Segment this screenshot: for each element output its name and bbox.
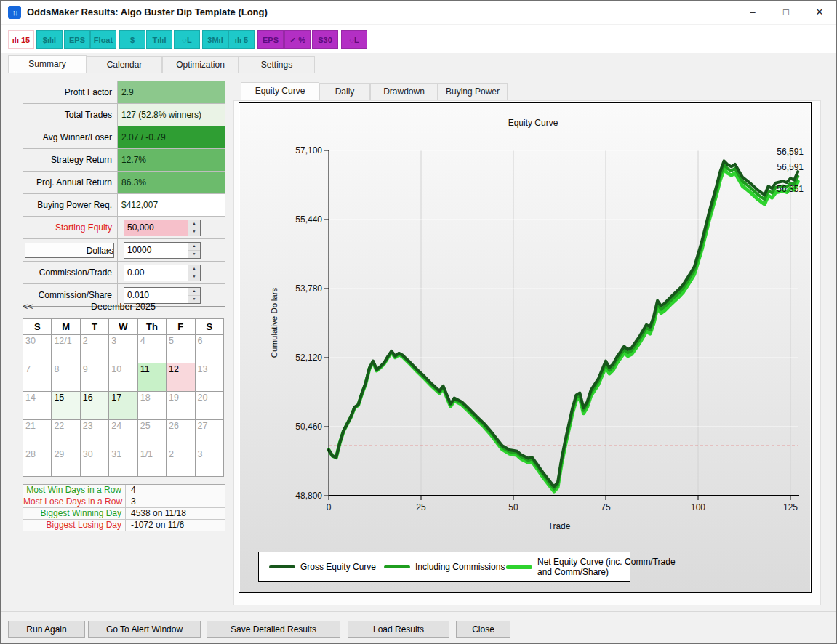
tab-calendar[interactable]: Calendar (87, 56, 162, 73)
minimize-button[interactable]: – (736, 1, 769, 24)
calendar-day-cell[interactable]: 28 (23, 448, 52, 477)
calendar-day-cell[interactable]: 19 (167, 392, 195, 420)
time-purple-button[interactable]: ◌L (341, 30, 367, 49)
close-button[interactable]: Close (456, 621, 510, 638)
three-month-chart-button[interactable]: 3Mıl (202, 30, 228, 49)
commission-per-trade-spinner[interactable]: ▲▼ (188, 265, 200, 281)
position-size-spinner[interactable]: ▲▼ (188, 243, 200, 258)
calendar-day-cell[interactable]: 3 (109, 335, 137, 363)
dollar-button[interactable]: $ (119, 30, 145, 49)
go-to-alert-window-button[interactable]: Go To Alert Window (88, 621, 201, 638)
float-button[interactable]: Float (90, 30, 116, 49)
total-trades-label: Total Trades (23, 104, 118, 126)
eps-purple-button[interactable]: EPS (257, 30, 284, 49)
calendar-day-cell[interactable]: 25 (137, 420, 166, 448)
streak-value: 3 (126, 496, 225, 507)
save-detailed-results-button[interactable]: Save Detailed Results (207, 621, 340, 638)
calendar-day-header: T (80, 319, 108, 335)
chart-tab-equity-curve[interactable]: Equity Curve (241, 82, 319, 100)
calendar-day-cell[interactable]: 18 (137, 392, 166, 420)
calendar-day-cell[interactable]: 8 (52, 363, 80, 392)
close-icon[interactable]: ✕ (803, 1, 836, 24)
calendar-day-cell[interactable]: 4 (137, 335, 166, 363)
chart-tab-buying-power[interactable]: Buying Power (438, 83, 508, 100)
legend-item: Net Equity Curve (inc. Comm/Trade and Co… (506, 557, 683, 577)
chart-tab-daily[interactable]: Daily (319, 83, 370, 100)
time-chart-button[interactable]: ◌L (174, 30, 200, 49)
tab-settings[interactable]: Settings (239, 56, 315, 73)
five-day-chart-button[interactable]: ılı 5 (228, 30, 255, 49)
calendar-day-cell[interactable]: 6 (195, 335, 223, 363)
starting-equity-spinner[interactable]: ▲▼ (188, 220, 200, 236)
calendar-day-cell[interactable]: 21 (23, 420, 52, 448)
avg-winner-loser-value: 2.07 / -0.79 (118, 126, 225, 148)
y-tick-label: 52,120 (295, 353, 322, 363)
calendar-day-cell[interactable]: 11 (137, 363, 166, 392)
maximize-button[interactable]: □ (769, 1, 803, 24)
price-30-button[interactable]: S30 (312, 30, 338, 49)
stats-row-position-size: Dollars▾▲▼ (23, 239, 225, 262)
calendar-day-cell[interactable]: 29 (52, 448, 80, 477)
calendar-day-cell[interactable]: 27 (195, 420, 223, 448)
calendar-header: << December 2025 (23, 302, 224, 316)
load-results-button[interactable]: Load Results (348, 621, 449, 638)
x-tick-label: 50 (508, 502, 518, 512)
eps-button[interactable]: EPS (64, 30, 90, 49)
calendar-day-cell[interactable]: 1/1 (137, 448, 166, 477)
calendar-day-cell[interactable]: 15 (52, 392, 80, 420)
run-again-button[interactable]: Run Again (8, 621, 85, 638)
share-mode-combobox[interactable]: Dollars▾ (25, 243, 114, 258)
calendar-day-cell[interactable]: 3 (195, 448, 223, 477)
end-value-label: 56,351 (777, 184, 804, 194)
legend-item: Including Commissions (384, 562, 505, 572)
calendar-day-cell[interactable]: 23 (80, 420, 108, 448)
calendar-day-cell[interactable]: 24 (109, 420, 137, 448)
calendar-day-cell[interactable]: 7 (23, 363, 52, 392)
calendar-day-cell[interactable]: 26 (167, 420, 195, 448)
calendar-day-cell[interactable]: 17 (109, 392, 137, 420)
calendar-day-cell[interactable]: 20 (195, 392, 223, 420)
calendar-day-header: F (167, 319, 195, 335)
streaks-table: Most Win Days in a Row4Most Lose Days in… (23, 484, 225, 531)
calendar-day-cell[interactable]: 13 (195, 363, 223, 392)
calendar-day-cell[interactable]: 22 (52, 420, 80, 448)
percent-check-button[interactable]: ✓ % (284, 30, 311, 49)
calendar-day-cell[interactable]: 12/1 (52, 335, 80, 363)
proj-annual-return-value: 86.3% (118, 172, 225, 193)
tab-summary[interactable]: Summary (8, 55, 87, 73)
calendar-day-cell[interactable]: 30 (80, 448, 108, 477)
calendar-day-cell[interactable]: 31 (109, 448, 137, 477)
calendar-day-cell[interactable]: 9 (80, 363, 108, 392)
calendar-day-cell[interactable]: 16 (80, 392, 108, 420)
y-tick-label: 57,100 (295, 145, 322, 156)
commission-per-share-input[interactable] (124, 288, 188, 303)
avg-winner-loser-label: Avg Winner/Loser (23, 126, 118, 148)
calendar-day-cell[interactable]: 2 (80, 335, 108, 363)
commission-per-share-spinner[interactable]: ▲▼ (188, 288, 200, 303)
starting-equity-input[interactable] (124, 220, 188, 236)
legend-label: Including Commissions (415, 562, 505, 572)
dollar-volume-chart-button[interactable]: $ılıl (36, 30, 63, 49)
calendar-day-cell[interactable]: 2 (167, 448, 195, 477)
calendar-day-header: S (195, 319, 223, 335)
calendar-day-cell[interactable]: 10 (109, 363, 137, 392)
trades-chart-button[interactable]: Tılıl (146, 30, 172, 49)
stats-row-commission-per-trade: Commission/Trade▲▼ (23, 262, 225, 284)
chart-tab-drawdown[interactable]: Drawdown (370, 83, 438, 100)
commission-per-trade-label: Commission/Trade (23, 262, 118, 283)
legend-swatch (269, 565, 295, 568)
profit-factor-value: 2.9 (118, 81, 225, 103)
stats-row-buying-power-req: Buying Power Req.$412,007 (23, 194, 225, 217)
x-tick-label: 125 (783, 502, 798, 512)
calendar-day-cell[interactable]: 30 (23, 335, 52, 363)
calendar-day-cell[interactable]: 14 (23, 392, 52, 420)
tab-optimization[interactable]: Optimization (162, 56, 239, 73)
position-size-input[interactable] (124, 243, 188, 258)
commission-per-trade-input[interactable] (124, 265, 188, 281)
buying-power-req-value: $412,007 (118, 194, 225, 216)
calendar-day-cell[interactable]: 5 (167, 335, 195, 363)
strategy-return-label: Strategy Return (23, 149, 118, 171)
stats-row-proj-annual-return: Proj. Annual Return86.3% (23, 172, 225, 194)
chart-15min-button[interactable]: ılı 15 (8, 30, 34, 49)
calendar-day-cell[interactable]: 12 (167, 363, 195, 392)
